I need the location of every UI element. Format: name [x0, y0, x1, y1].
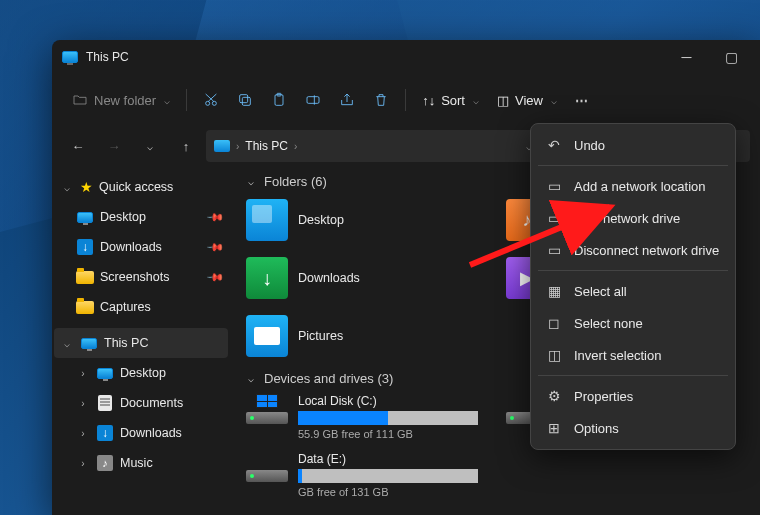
- menu-item-options[interactable]: ⊞Options: [536, 412, 730, 444]
- address-bar[interactable]: › This PC › ⌵: [206, 130, 540, 162]
- sidebar-item-music[interactable]: › ♪ Music: [54, 448, 228, 478]
- sidebar-item-desktop[interactable]: Desktop 📌: [54, 202, 228, 232]
- share-button[interactable]: [331, 86, 363, 114]
- share-icon: [339, 92, 355, 108]
- sidebar-item-screenshots[interactable]: Screenshots 📌: [54, 262, 228, 292]
- desktop-icon: [246, 199, 288, 241]
- drive-label: Local Disk (C:): [298, 394, 492, 408]
- more-button[interactable]: ⋯: [567, 87, 598, 114]
- navigation-pane: ⌵ ★ Quick access Desktop 📌 ↓ Downloads 📌…: [52, 166, 230, 515]
- sidebar-item-downloads[interactable]: ↓ Downloads 📌: [54, 232, 228, 262]
- drive-icon: [246, 452, 288, 482]
- drive-label: Data (E:): [298, 452, 492, 466]
- minimize-button[interactable]: ─: [664, 40, 709, 74]
- chevron-right-icon: ›: [76, 398, 90, 409]
- drive-sublabel: 55.9 GB free of 111 GB: [298, 428, 492, 440]
- copy-button[interactable]: [229, 86, 261, 114]
- recent-button[interactable]: ⌵: [134, 130, 166, 162]
- paste-icon: [271, 92, 287, 108]
- forward-button[interactable]: →: [98, 130, 130, 162]
- folder-tile-pictures[interactable]: Pictures: [244, 311, 494, 361]
- chevron-down-icon: ⌵: [244, 373, 258, 384]
- menu-label: Select none: [574, 316, 643, 331]
- sidebar-item-downloads-pc[interactable]: › ↓ Downloads: [54, 418, 228, 448]
- folder-icon: [76, 271, 94, 284]
- group-label: Folders (6): [264, 174, 327, 189]
- address-icon: [214, 140, 230, 152]
- menu-item-add-a-network-location[interactable]: ▭Add a network location: [536, 170, 730, 202]
- menu-item-disconnect-network-drive[interactable]: ▭Disconnect network drive: [536, 234, 730, 266]
- group-label: Devices and drives (3): [264, 371, 393, 386]
- sidebar-label: Captures: [100, 300, 151, 314]
- sidebar-item-captures[interactable]: Captures: [54, 292, 228, 322]
- menu-item-undo[interactable]: ↶Undo: [536, 129, 730, 161]
- menu-label: Undo: [574, 138, 605, 153]
- downloads-icon: ↓: [77, 239, 93, 255]
- menu-item-select-none[interactable]: ◻Select none: [536, 307, 730, 339]
- menu-label: Add a network location: [574, 179, 706, 194]
- menu-icon: ◻: [546, 315, 562, 331]
- folder-tile-desktop[interactable]: Desktop: [244, 195, 494, 245]
- drive-e[interactable]: Data (E:) GB free of 131 GB: [244, 450, 494, 500]
- paste-button[interactable]: [263, 86, 295, 114]
- sidebar-item-desktop-pc[interactable]: › Desktop: [54, 358, 228, 388]
- pin-icon: 📌: [205, 207, 224, 226]
- maximize-button[interactable]: ▢: [709, 40, 754, 74]
- this-pc-icon: [81, 338, 97, 349]
- menu-item-select-all[interactable]: ▦Select all: [536, 275, 730, 307]
- sidebar-label: Documents: [120, 396, 183, 410]
- drive-icon: [246, 394, 288, 424]
- menu-icon: ◫: [546, 347, 562, 363]
- usage-bar: [298, 411, 478, 425]
- menu-label: Invert selection: [574, 348, 661, 363]
- up-button[interactable]: ↑: [170, 130, 202, 162]
- chevron-right-icon: ›: [76, 428, 90, 439]
- view-icon: ◫: [497, 93, 509, 108]
- menu-item-map-network-drive[interactable]: ▭Map network drive: [536, 202, 730, 234]
- svg-point-0: [206, 101, 210, 105]
- this-pc-icon: [62, 51, 78, 63]
- sidebar-item-documents[interactable]: › Documents: [54, 388, 228, 418]
- menu-separator: [538, 165, 728, 166]
- new-folder-icon: [72, 92, 88, 108]
- menu-item-invert-selection[interactable]: ◫Invert selection: [536, 339, 730, 371]
- chevron-right-icon: ›: [236, 141, 239, 152]
- tile-label: Desktop: [298, 213, 344, 227]
- menu-separator: [538, 375, 728, 376]
- sidebar-label: Desktop: [120, 366, 166, 380]
- folder-tile-downloads[interactable]: ↓ Downloads: [244, 253, 494, 303]
- sidebar-label: This PC: [104, 336, 148, 350]
- new-folder-button[interactable]: New folder ⌵: [64, 86, 178, 114]
- chevron-down-icon: ⌵: [60, 182, 74, 193]
- folder-icon: [76, 301, 94, 314]
- pin-icon: 📌: [205, 237, 224, 256]
- delete-button[interactable]: [365, 86, 397, 114]
- breadcrumb-root[interactable]: This PC: [245, 139, 288, 153]
- sort-button[interactable]: ↑↓ Sort ⌵: [414, 87, 487, 114]
- sidebar-quick-access[interactable]: ⌵ ★ Quick access: [54, 172, 228, 202]
- menu-label: Properties: [574, 389, 633, 404]
- view-label: View: [515, 93, 543, 108]
- sidebar-this-pc[interactable]: ⌵ This PC: [54, 328, 228, 358]
- chevron-down-icon: ⌵: [60, 338, 74, 349]
- cut-button[interactable]: [195, 86, 227, 114]
- star-icon: ★: [80, 179, 93, 195]
- menu-label: Select all: [574, 284, 627, 299]
- downloads-icon: ↓: [246, 257, 288, 299]
- view-button[interactable]: ◫ View ⌵: [489, 87, 565, 114]
- window-title: This PC: [86, 50, 129, 64]
- rename-button[interactable]: [297, 86, 329, 114]
- copy-icon: [237, 92, 253, 108]
- svg-point-1: [212, 101, 216, 105]
- sidebar-label: Screenshots: [100, 270, 169, 284]
- sidebar-label: Downloads: [100, 240, 162, 254]
- menu-item-properties[interactable]: ⚙Properties: [536, 380, 730, 412]
- back-button[interactable]: ←: [62, 130, 94, 162]
- menu-icon: ▭: [546, 210, 562, 226]
- chevron-right-icon: ›: [76, 458, 90, 469]
- desktop-icon: [97, 368, 113, 379]
- sort-label: Sort: [441, 93, 465, 108]
- menu-icon: ▭: [546, 242, 562, 258]
- drive-c[interactable]: Local Disk (C:) 55.9 GB free of 111 GB: [244, 392, 494, 442]
- svg-rect-3: [240, 95, 248, 103]
